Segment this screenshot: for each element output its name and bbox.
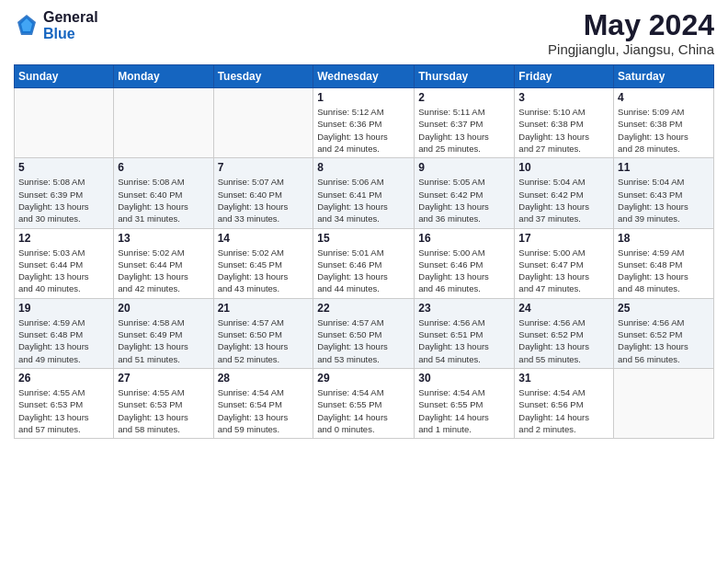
day-number: 9 [418,161,510,174]
day-info: Sunrise: 4:56 AM Sunset: 6:52 PM Dayligh… [518,316,609,365]
calendar-cell: 24Sunrise: 4:56 AM Sunset: 6:52 PM Dayli… [515,298,614,368]
calendar-cell: 2Sunrise: 5:11 AM Sunset: 6:37 PM Daylig… [415,88,515,158]
day-info: Sunrise: 5:08 AM Sunset: 6:39 PM Dayligh… [18,176,109,224]
calendar-week-5: 26Sunrise: 4:55 AM Sunset: 6:53 PM Dayli… [15,368,714,438]
day-number: 11 [618,161,710,174]
day-info: Sunrise: 5:07 AM Sunset: 6:40 PM Dayligh… [218,176,310,224]
day-info: Sunrise: 4:58 AM Sunset: 6:49 PM Dayligh… [118,316,209,365]
calendar-cell: 30Sunrise: 4:54 AM Sunset: 6:55 PM Dayli… [415,368,515,438]
calendar-cell: 5Sunrise: 5:08 AM Sunset: 6:39 PM Daylig… [15,158,114,228]
calendar-week-1: 1Sunrise: 5:12 AM Sunset: 6:36 PM Daylig… [15,88,714,158]
calendar-cell: 19Sunrise: 4:59 AM Sunset: 6:48 PM Dayli… [15,298,114,368]
day-number: 12 [18,232,109,245]
day-info: Sunrise: 5:08 AM Sunset: 6:40 PM Dayligh… [118,176,209,224]
day-info: Sunrise: 5:02 AM Sunset: 6:45 PM Dayligh… [218,247,310,295]
day-info: Sunrise: 4:55 AM Sunset: 6:53 PM Dayligh… [18,386,109,435]
day-number: 14 [218,232,310,245]
day-info: Sunrise: 5:03 AM Sunset: 6:44 PM Dayligh… [18,247,109,295]
day-info: Sunrise: 5:12 AM Sunset: 6:36 PM Dayligh… [317,106,410,155]
day-info: Sunrise: 4:56 AM Sunset: 6:51 PM Dayligh… [418,316,510,365]
calendar-cell: 15Sunrise: 5:01 AM Sunset: 6:46 PM Dayli… [313,228,415,298]
calendar-cell: 31Sunrise: 4:54 AM Sunset: 6:56 PM Dayli… [515,368,614,438]
subtitle: Pingjianglu, Jiangsu, China [548,41,714,57]
calendar-cell: 23Sunrise: 4:56 AM Sunset: 6:51 PM Dayli… [415,298,515,368]
day-info: Sunrise: 4:57 AM Sunset: 6:50 PM Dayligh… [218,316,310,365]
calendar-cell [213,88,313,158]
day-number: 6 [118,161,209,174]
calendar-header-monday: Monday [114,65,213,88]
calendar-cell: 22Sunrise: 4:57 AM Sunset: 6:50 PM Dayli… [313,298,415,368]
day-info: Sunrise: 5:11 AM Sunset: 6:37 PM Dayligh… [418,106,510,155]
logo-text: General Blue [43,9,98,41]
day-number: 26 [18,372,109,385]
day-number: 31 [518,372,609,385]
day-number: 15 [317,232,410,245]
header: General Blue May 2024 Pingjianglu, Jiang… [14,9,714,57]
day-number: 16 [418,232,510,245]
calendar-cell: 17Sunrise: 5:00 AM Sunset: 6:47 PM Dayli… [515,228,614,298]
calendar-cell: 29Sunrise: 4:54 AM Sunset: 6:55 PM Dayli… [313,368,415,438]
calendar-cell: 10Sunrise: 5:04 AM Sunset: 6:42 PM Dayli… [515,158,614,228]
day-info: Sunrise: 5:00 AM Sunset: 6:46 PM Dayligh… [418,247,510,295]
calendar-week-3: 12Sunrise: 5:03 AM Sunset: 6:44 PM Dayli… [15,228,714,298]
day-info: Sunrise: 5:10 AM Sunset: 6:38 PM Dayligh… [518,106,609,155]
day-number: 17 [518,232,609,245]
day-info: Sunrise: 5:01 AM Sunset: 6:46 PM Dayligh… [317,247,410,295]
calendar-cell: 26Sunrise: 4:55 AM Sunset: 6:53 PM Dayli… [15,368,114,438]
day-number: 2 [418,91,510,104]
calendar-cell [15,88,114,158]
calendar-cell: 18Sunrise: 4:59 AM Sunset: 6:48 PM Dayli… [614,228,714,298]
day-number: 4 [618,91,710,104]
day-number: 21 [218,302,310,315]
day-info: Sunrise: 4:54 AM Sunset: 6:54 PM Dayligh… [218,386,310,435]
calendar-cell: 4Sunrise: 5:09 AM Sunset: 6:38 PM Daylig… [614,88,714,158]
calendar-cell [614,368,714,438]
logo-icon [14,13,40,39]
calendar-header-saturday: Saturday [614,65,714,88]
day-info: Sunrise: 4:56 AM Sunset: 6:52 PM Dayligh… [618,316,710,365]
calendar-cell: 3Sunrise: 5:10 AM Sunset: 6:38 PM Daylig… [515,88,614,158]
day-number: 27 [118,372,209,385]
day-info: Sunrise: 5:02 AM Sunset: 6:44 PM Dayligh… [118,247,209,295]
day-info: Sunrise: 5:09 AM Sunset: 6:38 PM Dayligh… [618,106,710,155]
day-number: 25 [618,302,710,315]
calendar-cell: 6Sunrise: 5:08 AM Sunset: 6:40 PM Daylig… [114,158,213,228]
calendar-cell: 11Sunrise: 5:04 AM Sunset: 6:43 PM Dayli… [614,158,714,228]
day-info: Sunrise: 5:00 AM Sunset: 6:47 PM Dayligh… [518,247,609,295]
main-title: May 2024 [548,9,714,41]
calendar-week-4: 19Sunrise: 4:59 AM Sunset: 6:48 PM Dayli… [15,298,714,368]
calendar-cell: 1Sunrise: 5:12 AM Sunset: 6:36 PM Daylig… [313,88,415,158]
day-info: Sunrise: 4:54 AM Sunset: 6:56 PM Dayligh… [518,386,609,435]
title-block: May 2024 Pingjianglu, Jiangsu, China [548,9,714,57]
day-info: Sunrise: 4:54 AM Sunset: 6:55 PM Dayligh… [317,386,410,435]
calendar-header-wednesday: Wednesday [313,65,415,88]
calendar-header-sunday: Sunday [15,65,114,88]
day-number: 5 [18,161,109,174]
calendar-cell: 12Sunrise: 5:03 AM Sunset: 6:44 PM Dayli… [15,228,114,298]
day-number: 20 [118,302,209,315]
calendar-cell: 8Sunrise: 5:06 AM Sunset: 6:41 PM Daylig… [313,158,415,228]
day-info: Sunrise: 4:57 AM Sunset: 6:50 PM Dayligh… [317,316,410,365]
logo: General Blue [14,9,98,41]
day-info: Sunrise: 4:59 AM Sunset: 6:48 PM Dayligh… [618,247,710,295]
day-info: Sunrise: 5:06 AM Sunset: 6:41 PM Dayligh… [317,176,410,224]
day-number: 23 [418,302,510,315]
calendar-cell: 28Sunrise: 4:54 AM Sunset: 6:54 PM Dayli… [213,368,313,438]
day-info: Sunrise: 4:54 AM Sunset: 6:55 PM Dayligh… [418,386,510,435]
day-number: 28 [218,372,310,385]
day-number: 1 [317,91,410,104]
day-info: Sunrise: 5:04 AM Sunset: 6:42 PM Dayligh… [518,176,609,224]
calendar-header-row: SundayMondayTuesdayWednesdayThursdayFrid… [15,65,714,88]
day-number: 3 [518,91,609,104]
calendar-cell: 7Sunrise: 5:07 AM Sunset: 6:40 PM Daylig… [213,158,313,228]
day-info: Sunrise: 4:55 AM Sunset: 6:53 PM Dayligh… [118,386,209,435]
calendar-header-tuesday: Tuesday [213,65,313,88]
calendar-cell: 16Sunrise: 5:00 AM Sunset: 6:46 PM Dayli… [415,228,515,298]
calendar-header-friday: Friday [515,65,614,88]
day-number: 7 [218,161,310,174]
calendar-cell: 13Sunrise: 5:02 AM Sunset: 6:44 PM Dayli… [114,228,213,298]
calendar-table: SundayMondayTuesdayWednesdayThursdayFrid… [14,64,714,439]
calendar-cell: 21Sunrise: 4:57 AM Sunset: 6:50 PM Dayli… [213,298,313,368]
calendar-cell [114,88,213,158]
day-number: 10 [518,161,609,174]
